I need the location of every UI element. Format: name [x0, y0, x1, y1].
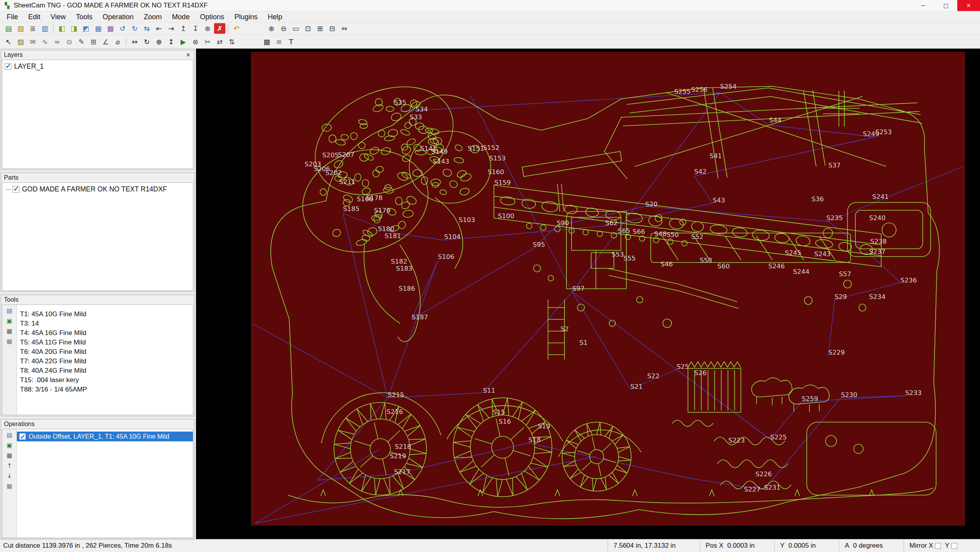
move-mode-button[interactable]: ↕	[165, 36, 177, 47]
part-row[interactable]: GOD MADE A FARMER OK NO TEXT R14DXF	[2, 183, 193, 193]
op-post-icon[interactable]: ▤	[7, 432, 12, 439]
maximize-button[interactable]: ▢	[935, 0, 957, 11]
select-mode-button[interactable]: ↖	[3, 36, 14, 47]
new-job-button[interactable]: ▤	[3, 23, 14, 34]
part-label: GOD MADE A FARMER OK NO TEXT R14DXF	[22, 185, 167, 193]
zoom-in-button[interactable]: ⊕	[266, 23, 277, 34]
mirror-y-checkbox[interactable]	[951, 543, 957, 549]
tool-item-3[interactable]: T4: 45A 16G Fine Mild	[20, 328, 193, 338]
tool-item-7[interactable]: T8: 40A 24G Fine Mild	[20, 366, 193, 375]
menu-tools[interactable]: Tools	[71, 11, 98, 22]
report-button[interactable]: ✉	[27, 36, 38, 47]
tool-post-icon[interactable]: ▤	[7, 307, 12, 314]
tool-new-icon[interactable]: ▣	[7, 317, 12, 324]
edit-path-button[interactable]: ✎	[76, 36, 87, 47]
tool-item-4[interactable]: T5: 45A 11G Fine Mild	[20, 338, 193, 347]
tool-item-6[interactable]: T7: 40A 22G Fine Mild	[20, 357, 193, 366]
tool-item-8[interactable]: T15: .004 laser kery	[20, 375, 193, 385]
mirror-y-button[interactable]: ⇅	[226, 36, 238, 47]
zoom-previous-button[interactable]: ⊟	[327, 23, 338, 34]
cut-mode-button[interactable]: ✂	[202, 36, 213, 47]
open-job-button[interactable]: ▧	[15, 23, 26, 34]
menu-mode[interactable]: Mode	[167, 11, 195, 22]
drawing-viewport[interactable]: S35S34S33S141S143S151S152S153S159S160S20…	[196, 49, 980, 539]
menu-help[interactable]: Help	[263, 11, 287, 22]
status-bar: Cut distance 1139.3976 in , 262 Pierces,…	[0, 539, 980, 552]
save-job-button[interactable]: ▥	[39, 23, 51, 34]
show-toolpaths-button[interactable]: ∿	[39, 36, 51, 47]
undo-button[interactable]: ↶	[231, 23, 242, 34]
toolpath-label: S97	[572, 285, 584, 292]
align-top-button[interactable]: ↥	[178, 23, 189, 34]
toolpath-label: S254	[720, 83, 737, 90]
material-view-button[interactable]: ▨	[15, 36, 26, 47]
nest-parts-button[interactable]: ▩	[105, 23, 116, 34]
tool-table-icon[interactable]: ▦	[7, 328, 12, 335]
snap-grid-button[interactable]: ⊞	[88, 36, 99, 47]
menu-edit[interactable]: Edit	[23, 11, 45, 22]
minimize-button[interactable]: ─	[912, 0, 935, 11]
duplicate-part-button[interactable]: ◩	[80, 23, 92, 34]
zoom-mode-button[interactable]: ⊕	[153, 36, 165, 47]
delete-part-button[interactable]: ✗	[214, 23, 225, 34]
tool-item-5[interactable]: T6: 40A 20G Fine Mild	[20, 347, 193, 357]
op-new-icon[interactable]: ▣	[7, 442, 12, 449]
layers-close-icon[interactable]: ✕	[185, 52, 191, 58]
menu-zoom[interactable]: Zoom	[139, 11, 167, 22]
edit-part-button[interactable]: ◨	[68, 23, 80, 34]
toolpath-label: S29	[835, 293, 847, 301]
new-part-button[interactable]: ◧	[56, 23, 67, 34]
toolpath-label: S182	[391, 258, 407, 265]
origin-button[interactable]: ⊕	[202, 23, 213, 34]
toolpath-label: S236	[900, 277, 917, 284]
zoom-extents-button[interactable]: ⊡	[302, 23, 314, 34]
show-rapids-button[interactable]: ≈	[51, 36, 63, 47]
menu-operation[interactable]: Operation	[98, 11, 139, 22]
operation-row[interactable]: Outside Offset, LAYER_1, T1: 45A 10G Fin…	[17, 432, 193, 441]
pan-button[interactable]: ⇔	[339, 23, 350, 34]
rotate-left-button[interactable]: ↺	[117, 23, 128, 34]
op-up-icon[interactable]: ↑	[7, 462, 12, 469]
toolpath-drawing[interactable]: S35S34S33S141S143S151S152S153S159S160S20…	[196, 49, 980, 539]
align-right-button[interactable]: ⇥	[165, 23, 177, 34]
text-tool-button[interactable]: T	[285, 36, 297, 47]
op-down-icon[interactable]: ↓	[7, 472, 12, 479]
op-table-icon[interactable]: ▦	[7, 452, 12, 459]
tool-item-2[interactable]: T3: 14	[20, 319, 193, 328]
menu-file[interactable]: File	[2, 11, 23, 22]
layer-checkbox[interactable]	[5, 63, 11, 70]
array-mode-button[interactable]: ▩	[261, 36, 272, 47]
mirror-x-button[interactable]: ⇄	[214, 36, 225, 47]
tool-item-9[interactable]: T88: 3/16 - 1/4 65AMP	[20, 385, 193, 394]
dimension-button[interactable]: ⌀	[112, 36, 123, 47]
zoom-out-button[interactable]: ⊖	[278, 23, 289, 34]
menu-view[interactable]: View	[45, 11, 71, 22]
part-checkbox[interactable]	[13, 186, 19, 193]
op-grid-icon[interactable]: ▦	[7, 483, 12, 490]
mirror-part-button[interactable]: ⇆	[141, 23, 152, 34]
measure-button[interactable]: ∠	[100, 36, 111, 47]
toolpath-label: S178	[366, 194, 383, 202]
tool-grid-icon[interactable]: ▦	[7, 338, 12, 345]
zoom-part-button[interactable]: ⊞	[314, 23, 326, 34]
array-part-button[interactable]: ▦	[93, 23, 104, 34]
post-process-button[interactable]: ⊛	[190, 36, 201, 47]
zoom-window-button[interactable]: ▭	[290, 23, 301, 34]
print-button[interactable]: ≣	[27, 23, 38, 34]
close-button[interactable]: ✕	[957, 0, 980, 11]
rotate-right-button[interactable]: ↻	[129, 23, 140, 34]
menu-plugins[interactable]: Plugins	[229, 11, 263, 22]
menu-options[interactable]: Options	[195, 11, 229, 22]
operation-checkbox[interactable]	[19, 433, 26, 440]
tool-item-1[interactable]: T1: 45A 10G Fine Mild	[20, 310, 193, 319]
path-nodes-button[interactable]: ⊙	[64, 36, 75, 47]
ruler-button[interactable]: ≡	[273, 36, 285, 47]
rotate-view-button[interactable]: ↻	[141, 36, 152, 47]
mirror-x-checkbox[interactable]	[935, 543, 941, 549]
align-left-button[interactable]: ⇤	[153, 23, 165, 34]
simulate-button[interactable]: ▶	[178, 36, 189, 47]
pan-mode-button[interactable]: ⇔	[129, 36, 140, 47]
align-bottom-button[interactable]: ↧	[190, 23, 201, 34]
layer-row[interactable]: LAYER_1	[2, 60, 193, 71]
status-a-label: A	[845, 542, 849, 550]
